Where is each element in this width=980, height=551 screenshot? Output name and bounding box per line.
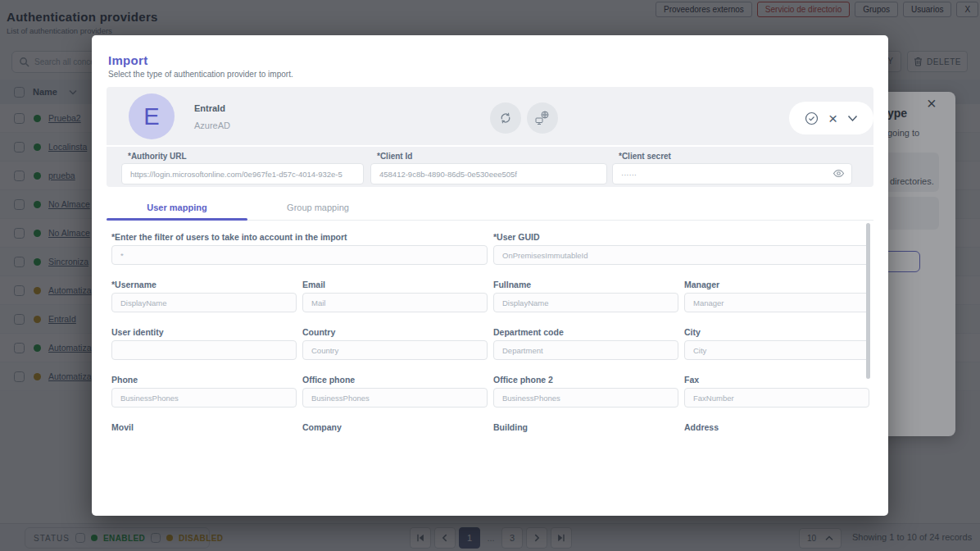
form-field: Manager [684, 280, 869, 312]
authority-url-field: *Authority URL [121, 147, 364, 184]
form-field: Department code [493, 327, 678, 360]
form-field-label: Address [684, 422, 869, 432]
form-field-input[interactable] [493, 293, 678, 312]
network-globe-icon [534, 110, 551, 126]
form-field-label: User identity [111, 327, 297, 338]
form-field: Building [493, 422, 678, 432]
form-field-input[interactable] [493, 340, 678, 360]
form-field-input[interactable] [684, 340, 869, 360]
form-field: City [684, 327, 869, 360]
import-modal: Import Select the type of authentication… [92, 35, 888, 516]
authority-url-label: *Authority URL [128, 152, 364, 161]
client-secret-field: *Client secret [612, 147, 852, 184]
form-field-label: *Enter the filter of users to take into … [111, 232, 488, 243]
provider-card: E EntraId AzureAD [107, 87, 873, 145]
user-mapping-form-area: *Enter the filter of users to take into … [107, 221, 873, 432]
client-secret-label: *Client secret [619, 152, 852, 161]
form-field: Fullname [493, 280, 678, 312]
form-field: Company [302, 422, 488, 432]
directory-sync-button[interactable] [527, 102, 558, 134]
form-field-label: Email [302, 280, 488, 290]
tab-group-mapping[interactable]: Group mapping [247, 195, 388, 220]
form-field: Movil [111, 422, 297, 432]
modal-title: Import [108, 53, 147, 67]
form-field-input[interactable] [111, 245, 488, 265]
form-field: User identity [111, 327, 297, 360]
form-field: Email [302, 280, 488, 312]
mapping-tabs: User mapping Group mapping [107, 195, 873, 221]
form-field-input[interactable] [302, 340, 488, 360]
client-id-field: *Client Id [370, 147, 607, 184]
form-field-label: Department code [493, 327, 678, 338]
avatar: E [129, 93, 175, 139]
card-action-pill: × [789, 102, 873, 134]
form-field-label: Fullname [493, 280, 678, 290]
form-field-label: *User GUID [493, 232, 869, 243]
credentials-section: *Authority URL *Client Id *Client secret [107, 147, 873, 187]
form-field: Address [684, 422, 869, 432]
form-field-input[interactable] [684, 293, 869, 312]
form-field: *Username [111, 280, 297, 312]
form-field-input[interactable] [302, 388, 488, 408]
provider-name: EntraId [194, 103, 225, 113]
form-field-label: Movil [111, 422, 297, 432]
form-field-label: Country [302, 327, 488, 338]
form-field-label: Office phone 2 [493, 375, 678, 385]
form-field-input[interactable] [684, 388, 869, 408]
form-field-input[interactable] [493, 388, 678, 408]
form-field-input[interactable] [493, 245, 869, 265]
form-field: Phone [111, 375, 297, 408]
form-field-label: *Username [111, 280, 297, 290]
form-field: *Enter the filter of users to take into … [111, 232, 488, 265]
client-secret-input[interactable] [612, 163, 852, 184]
sync-icon [498, 111, 513, 125]
authority-url-input[interactable] [121, 163, 364, 184]
form-field: Office phone 2 [493, 375, 678, 408]
form-field-label: Company [302, 422, 488, 432]
form-scrollbar[interactable] [866, 223, 870, 379]
form-field-label: Building [493, 422, 678, 432]
form-field-input[interactable] [302, 293, 488, 312]
form-field: Fax [684, 375, 869, 408]
form-field-label: Office phone [302, 375, 488, 385]
form-field: Country [302, 327, 488, 360]
form-field-input[interactable] [111, 340, 297, 360]
sync-button[interactable] [490, 102, 521, 134]
form-field-label: Manager [684, 280, 869, 290]
form-field: Office phone [302, 375, 488, 408]
provider-type: AzureAD [194, 121, 230, 130]
chevron-down-icon[interactable] [847, 115, 858, 122]
client-id-label: *Client Id [377, 152, 607, 161]
discard-icon[interactable]: × [828, 111, 837, 126]
client-id-input[interactable] [370, 163, 607, 184]
approve-icon[interactable] [805, 112, 819, 125]
form-field-label: Phone [111, 375, 297, 385]
user-mapping-form: *Enter the filter of users to take into … [107, 221, 873, 432]
eye-icon[interactable] [833, 168, 845, 179]
form-field: *User GUID [493, 232, 869, 265]
form-field-label: City [684, 327, 869, 338]
modal-subtitle: Select the type of authentication provid… [108, 70, 293, 79]
tab-user-mapping[interactable]: User mapping [107, 195, 247, 220]
form-field-label: Fax [684, 375, 869, 385]
form-field-input[interactable] [111, 388, 297, 408]
form-field-input[interactable] [111, 293, 297, 312]
